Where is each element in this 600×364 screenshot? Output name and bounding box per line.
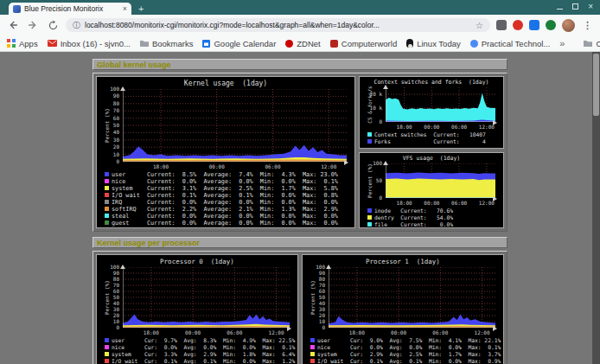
browser-menu-icon[interactable]: ⋮ [581, 20, 594, 31]
tab-close-icon[interactable]: × [123, 5, 127, 13]
browser-tab[interactable]: Blue Precision Monitorix × [9, 3, 131, 15]
section-title: Kernel usage per processor [93, 237, 507, 248]
forward-button[interactable] [26, 18, 40, 32]
other-bookmarks-button[interactable]: Other bookmarks [584, 39, 600, 48]
section-global-kernel-usage: Global kernel usage Kernel usage (1day)P… [93, 59, 507, 232]
processor-0-graph[interactable]: Processor 0 (1day)Percent (%)01020304050… [96, 254, 298, 364]
zdnet-icon [285, 40, 293, 48]
section-body: Processor 0 (1day)Percent (%)01020304050… [93, 251, 507, 364]
bookmark-item-google-calendar[interactable]: Google Calendar [202, 39, 276, 48]
bookmark-item-linux-today[interactable]: Linux Today [406, 39, 461, 48]
window-controls: × [557, 3, 593, 10]
bookmark-label: Apps [19, 39, 38, 48]
address-bar[interactable]: ⓘ localhost:8080/monitorix-cgi/monitorix… [66, 18, 490, 32]
reload-icon [48, 20, 59, 31]
section-title: Global kernel usage [93, 59, 507, 70]
right-graph-column: Context switches and forks (1day)CS & fo… [359, 76, 504, 228]
tab-title: Blue Precision Monitorix [24, 4, 119, 13]
window-maximize-button[interactable] [572, 3, 578, 10]
other-bookmarks-label: Other bookmarks [596, 39, 600, 48]
bookmark-star-icon[interactable]: ☆ [476, 21, 483, 30]
bookmark-label: Google Calendar [214, 39, 276, 48]
section-kernel-usage-per-processor: Kernel usage per processor Processor 0 (… [93, 237, 507, 364]
profile-avatar[interactable] [562, 19, 575, 32]
vfs-usage-graph[interactable]: VFS usage (1day)Percent (%)05010018:0000… [359, 152, 504, 228]
globe-icon [470, 40, 478, 48]
browser-window: Blue Precision Monitorix × + × ⓘ localho… [0, 0, 600, 364]
url-text: localhost:8080/monitorix-cgi/monitorix.c… [85, 21, 471, 29]
mail-icon [48, 40, 57, 47]
bookmarks-bar: Apps Inbox (16) - sjvn0... Bookmarks Goo… [0, 35, 600, 52]
site-info-icon[interactable]: ⓘ [73, 20, 80, 31]
tab-strip: Blue Precision Monitorix × + × [0, 0, 600, 15]
bookmark-label: Linux Today [417, 39, 461, 48]
extension-icon-1[interactable] [496, 20, 507, 30]
bookmark-label: Inbox (16) - sjvn0... [61, 39, 131, 48]
section-body: Kernel usage (1day)Percent (%)0102030405… [93, 73, 507, 232]
bookmark-label: Practical Technol... [482, 39, 551, 48]
bookmark-item-practical-technology[interactable]: Practical Technol... [470, 39, 551, 48]
browser-toolbar: ⓘ localhost:8080/monitorix-cgi/monitorix… [0, 15, 600, 35]
scrollbar-thumb[interactable] [593, 54, 599, 116]
computerworld-icon [330, 40, 338, 48]
bookmark-item-inbox[interactable]: Inbox (16) - sjvn0... [48, 39, 131, 48]
processor-1-graph[interactable]: Processor 1 (1day)Percent (%)01020304050… [302, 254, 504, 364]
bookmark-item-zdnet[interactable]: ZDNet [285, 39, 320, 48]
penguin-icon [406, 39, 413, 48]
folder-icon [584, 40, 592, 47]
bookmark-apps[interactable]: Apps [7, 39, 38, 48]
apps-grid-icon [7, 39, 16, 48]
new-tab-button[interactable]: + [131, 3, 150, 15]
context-switches-forks-graph[interactable]: Context switches and forks (1day)CS & fo… [359, 76, 504, 149]
back-arrow-icon [7, 19, 19, 31]
bookmark-item-bookmarks[interactable]: Bookmarks [140, 39, 194, 48]
extension-icon-2[interactable] [513, 20, 523, 30]
kernel-usage-graph[interactable]: Kernel usage (1day)Percent (%)0102030405… [96, 76, 355, 228]
bookmark-label: Computerworld [341, 39, 397, 48]
bookmark-label: ZDNet [297, 39, 320, 48]
reload-button[interactable] [46, 18, 60, 32]
extension-icon-3[interactable] [529, 20, 539, 30]
bookmark-item-computerworld[interactable]: Computerworld [330, 39, 397, 48]
page-scrollbar[interactable] [592, 52, 600, 364]
monitorix-favicon-icon [13, 5, 21, 13]
forward-arrow-icon [27, 19, 39, 31]
bookmarks-overflow-chevron[interactable]: » [559, 38, 565, 48]
bookmark-label: Bookmarks [152, 39, 194, 48]
page-content: Global kernel usage Kernel usage (1day)P… [0, 52, 600, 364]
folder-icon [140, 40, 149, 47]
window-close-button[interactable]: × [588, 3, 593, 10]
window-minimize-button[interactable] [557, 3, 563, 10]
extension-icon-4[interactable] [546, 20, 556, 30]
back-button[interactable] [6, 18, 20, 32]
calendar-icon [202, 40, 210, 48]
